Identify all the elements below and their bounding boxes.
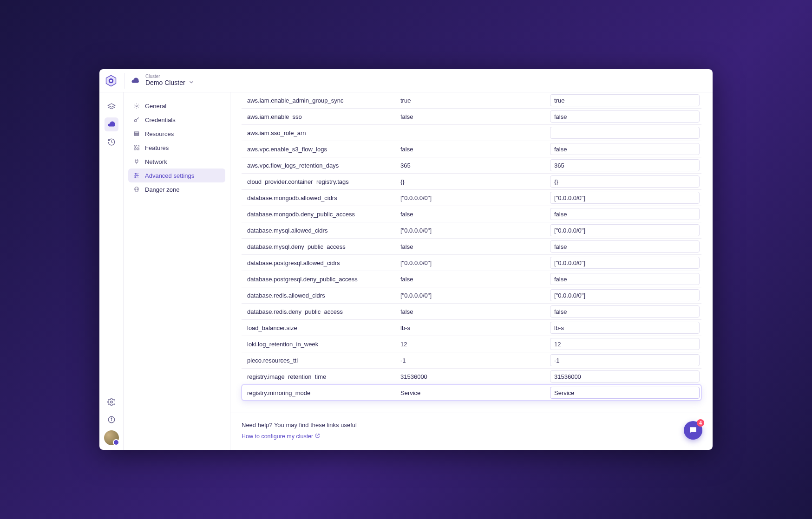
setting-value-input[interactable]: [550, 240, 700, 253]
skull-icon: [133, 186, 140, 193]
sidebar-item-label: Advanced settings: [145, 172, 194, 179]
sidebar-item-danger-zone[interactable]: Danger zone: [128, 182, 225, 196]
setting-value-input[interactable]: [550, 143, 700, 155]
setting-key: pleco.resources_ttl: [242, 352, 395, 368]
svg-point-19: [135, 189, 136, 190]
setting-key: database.mongodb.allowed_cidrs: [242, 189, 395, 206]
setting-value-input[interactable]: [550, 273, 700, 285]
setting-value-input[interactable]: [550, 257, 700, 269]
setting-key: load_balancer.size: [242, 319, 395, 336]
cluster-settings-modal: Cluster Demo Cluster: [99, 69, 713, 450]
setting-default: ["0.0.0.0/0"]: [395, 287, 548, 303]
setting-key: registry.image_retention_time: [242, 368, 395, 384]
sidebar-item-resources[interactable]: Resources: [128, 127, 225, 141]
setting-value-input[interactable]: [550, 305, 700, 318]
setting-value-input[interactable]: [550, 175, 700, 188]
sidebar-item-credentials[interactable]: Credentials: [128, 113, 225, 127]
setting-value-input[interactable]: [550, 159, 700, 171]
setting-value-cell: [548, 206, 701, 222]
setting-value-input[interactable]: [550, 208, 700, 220]
cluster-selector[interactable]: Cluster Demo Cluster: [145, 74, 195, 87]
chat-badge: 4: [697, 419, 704, 427]
chevron-down-icon: [188, 79, 195, 87]
setting-value-input[interactable]: [550, 224, 700, 236]
modal-header: Cluster Demo Cluster: [99, 69, 713, 92]
setting-value-input[interactable]: [550, 110, 700, 123]
setting-default: ["0.0.0.0/0"]: [395, 222, 548, 238]
setting-default: -1: [395, 352, 548, 368]
cloud-icon: [131, 76, 140, 85]
setting-default: false: [395, 271, 548, 287]
settings-row: database.mongodb.allowed_cidrs["0.0.0.0/…: [242, 189, 701, 206]
setting-value-cell: [548, 368, 701, 384]
setting-value-cell: [548, 319, 701, 336]
sidebar-item-label: Features: [145, 144, 169, 151]
chat-fab[interactable]: 4: [684, 421, 702, 440]
user-avatar[interactable]: [104, 430, 119, 445]
sidebar-item-network[interactable]: Network: [128, 155, 225, 169]
setting-value-cell: [548, 108, 701, 124]
setting-default: false: [395, 206, 548, 222]
setting-key: database.redis.allowed_cidrs: [242, 287, 395, 303]
setting-value-input[interactable]: [550, 94, 700, 106]
setting-value-input[interactable]: [550, 192, 700, 204]
setting-default: false: [395, 108, 548, 124]
settings-row: database.redis.allowed_cidrs["0.0.0.0/0"…: [242, 287, 701, 303]
advanced-settings-table: aws.iam.enable_admin_group_synctrueaws.i…: [242, 92, 701, 401]
rail-history-icon[interactable]: [105, 135, 118, 149]
rail-layers-icon[interactable]: [105, 100, 118, 114]
rail-info-icon[interactable]: [105, 413, 118, 427]
help-footer: Need help? You may find these links usef…: [230, 413, 713, 450]
setting-value-input[interactable]: [550, 370, 700, 383]
help-footer-link[interactable]: How to configure my cluster: [242, 433, 320, 440]
sidebar-item-general[interactable]: General: [128, 99, 225, 113]
rail-cloud-icon[interactable]: [105, 117, 118, 131]
sidebar-item-advanced-settings[interactable]: Advanced settings: [128, 169, 225, 182]
sidebar-item-features[interactable]: Features: [128, 141, 225, 155]
svg-point-18: [135, 176, 136, 177]
setting-key: database.mysql.allowed_cidrs: [242, 222, 395, 238]
sidebar-item-label: General: [145, 103, 166, 110]
setting-key: cloud_provider.container_registry.tags: [242, 173, 395, 189]
settings-row: database.postgresql.allowed_cidrs["0.0.0…: [242, 254, 701, 271]
stack-icon: [133, 130, 140, 137]
setting-value-cell: [548, 384, 701, 401]
svg-marker-3: [108, 104, 115, 107]
settings-row: aws.iam.enable_admin_group_synctrue: [242, 92, 701, 108]
rail-settings-icon[interactable]: [105, 395, 118, 409]
setting-value-input[interactable]: [550, 387, 700, 399]
setting-key: aws.vpc.enable_s3_flow_logs: [242, 141, 395, 157]
settings-row: registry.mirroring_modeService: [242, 384, 701, 401]
settings-row: database.mongodb.deny_public_accessfalse: [242, 206, 701, 222]
setting-value-input[interactable]: [550, 127, 700, 139]
settings-row: registry.image_retention_time31536000: [242, 368, 701, 384]
puzzle-icon: [133, 144, 140, 151]
setting-default: lb-s: [395, 319, 548, 336]
settings-row: aws.vpc.enable_s3_flow_logsfalse: [242, 141, 701, 157]
sidebar-item-label: Network: [145, 158, 167, 165]
sidebar-item-label: Credentials: [145, 117, 176, 123]
setting-value-cell: [548, 173, 701, 189]
setting-value-input[interactable]: [550, 354, 700, 366]
setting-value-cell: [548, 141, 701, 157]
help-footer-link-text: How to configure my cluster: [242, 433, 313, 440]
setting-value-input[interactable]: [550, 322, 700, 334]
svg-rect-12: [134, 135, 138, 136]
settings-row: load_balancer.sizelb-s: [242, 319, 701, 336]
gear-icon: [133, 102, 140, 110]
setting-value-input[interactable]: [550, 289, 700, 301]
setting-value-input[interactable]: [550, 338, 700, 350]
sidebar-item-label: Danger zone: [145, 186, 179, 193]
setting-key: aws.iam.sso_role_arn: [242, 124, 395, 141]
svg-point-4: [110, 401, 112, 403]
nav-rail: [99, 92, 124, 450]
svg-point-2: [110, 79, 112, 82]
settings-row: database.redis.deny_public_accessfalse: [242, 303, 701, 319]
setting-default: Service: [395, 384, 548, 401]
setting-key: loki.log_retention_in_week: [242, 336, 395, 352]
help-footer-text: Need help? You may find these links usef…: [242, 422, 701, 428]
setting-key: aws.iam.enable_admin_group_sync: [242, 92, 395, 108]
setting-default: false: [395, 238, 548, 254]
setting-default: ["0.0.0.0/0"]: [395, 189, 548, 206]
settings-table-scroll[interactable]: aws.iam.enable_admin_group_synctrueaws.i…: [230, 92, 713, 413]
